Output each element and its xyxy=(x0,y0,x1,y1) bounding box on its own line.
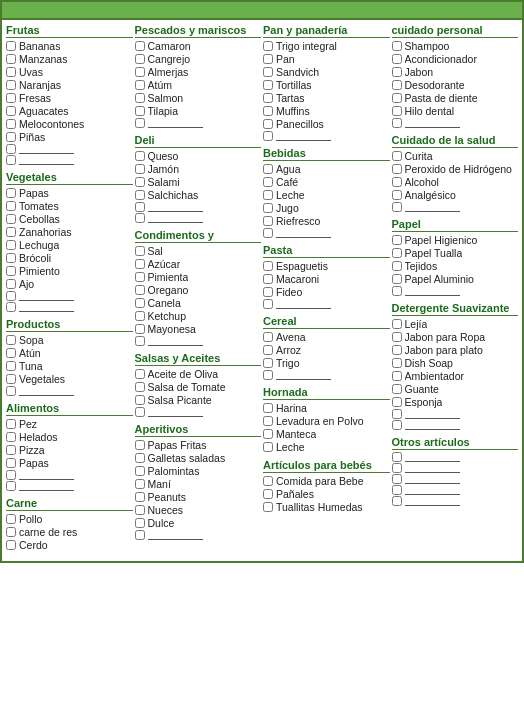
item-checkbox[interactable] xyxy=(392,164,402,174)
blank-checkbox[interactable] xyxy=(392,118,402,128)
blank-checkbox[interactable] xyxy=(263,131,273,141)
blank-checkbox[interactable] xyxy=(6,481,16,491)
item-checkbox[interactable] xyxy=(135,324,145,334)
item-checkbox[interactable] xyxy=(263,67,273,77)
blank-checkbox[interactable] xyxy=(135,213,145,223)
blank-checkbox[interactable] xyxy=(135,530,145,540)
item-checkbox[interactable] xyxy=(6,527,16,537)
item-checkbox[interactable] xyxy=(135,106,145,116)
item-checkbox[interactable] xyxy=(6,240,16,250)
blank-checkbox[interactable] xyxy=(263,370,273,380)
item-checkbox[interactable] xyxy=(6,188,16,198)
item-checkbox[interactable] xyxy=(135,246,145,256)
item-checkbox[interactable] xyxy=(263,358,273,368)
item-checkbox[interactable] xyxy=(6,266,16,276)
item-checkbox[interactable] xyxy=(392,235,402,245)
item-checkbox[interactable] xyxy=(263,489,273,499)
blank-checkbox[interactable] xyxy=(6,470,16,480)
item-checkbox[interactable] xyxy=(392,345,402,355)
item-checkbox[interactable] xyxy=(135,440,145,450)
item-checkbox[interactable] xyxy=(135,93,145,103)
item-checkbox[interactable] xyxy=(263,429,273,439)
item-checkbox[interactable] xyxy=(263,332,273,342)
blank-checkbox[interactable] xyxy=(392,202,402,212)
item-checkbox[interactable] xyxy=(6,227,16,237)
blank-checkbox[interactable] xyxy=(392,409,402,419)
item-checkbox[interactable] xyxy=(135,151,145,161)
blank-checkbox[interactable] xyxy=(263,228,273,238)
item-checkbox[interactable] xyxy=(263,203,273,213)
item-checkbox[interactable] xyxy=(135,259,145,269)
item-checkbox[interactable] xyxy=(263,80,273,90)
blank-checkbox[interactable] xyxy=(392,286,402,296)
item-checkbox[interactable] xyxy=(392,177,402,187)
item-checkbox[interactable] xyxy=(392,261,402,271)
item-checkbox[interactable] xyxy=(263,442,273,452)
item-checkbox[interactable] xyxy=(135,164,145,174)
item-checkbox[interactable] xyxy=(135,54,145,64)
item-checkbox[interactable] xyxy=(392,190,402,200)
item-checkbox[interactable] xyxy=(392,371,402,381)
blank-checkbox[interactable] xyxy=(6,302,16,312)
item-checkbox[interactable] xyxy=(392,384,402,394)
blank-checkbox[interactable] xyxy=(392,420,402,430)
item-checkbox[interactable] xyxy=(263,502,273,512)
item-checkbox[interactable] xyxy=(6,374,16,384)
item-checkbox[interactable] xyxy=(6,106,16,116)
item-checkbox[interactable] xyxy=(6,41,16,51)
blank-checkbox[interactable] xyxy=(135,407,145,417)
blank-checkbox[interactable] xyxy=(392,485,402,495)
item-checkbox[interactable] xyxy=(6,93,16,103)
item-checkbox[interactable] xyxy=(135,190,145,200)
item-checkbox[interactable] xyxy=(6,445,16,455)
item-checkbox[interactable] xyxy=(6,214,16,224)
item-checkbox[interactable] xyxy=(135,67,145,77)
item-checkbox[interactable] xyxy=(135,505,145,515)
item-checkbox[interactable] xyxy=(135,80,145,90)
item-checkbox[interactable] xyxy=(6,432,16,442)
item-checkbox[interactable] xyxy=(263,274,273,284)
blank-checkbox[interactable] xyxy=(392,474,402,484)
item-checkbox[interactable] xyxy=(135,272,145,282)
item-checkbox[interactable] xyxy=(392,54,402,64)
item-checkbox[interactable] xyxy=(263,93,273,103)
item-checkbox[interactable] xyxy=(392,332,402,342)
item-checkbox[interactable] xyxy=(135,41,145,51)
item-checkbox[interactable] xyxy=(263,416,273,426)
item-checkbox[interactable] xyxy=(135,453,145,463)
item-checkbox[interactable] xyxy=(6,279,16,289)
item-checkbox[interactable] xyxy=(263,106,273,116)
item-checkbox[interactable] xyxy=(135,492,145,502)
item-checkbox[interactable] xyxy=(6,132,16,142)
blank-checkbox[interactable] xyxy=(135,336,145,346)
item-checkbox[interactable] xyxy=(135,177,145,187)
item-checkbox[interactable] xyxy=(6,67,16,77)
item-checkbox[interactable] xyxy=(263,164,273,174)
item-checkbox[interactable] xyxy=(135,382,145,392)
item-checkbox[interactable] xyxy=(392,106,402,116)
item-checkbox[interactable] xyxy=(135,518,145,528)
item-checkbox[interactable] xyxy=(392,248,402,258)
item-checkbox[interactable] xyxy=(6,361,16,371)
item-checkbox[interactable] xyxy=(6,514,16,524)
blank-checkbox[interactable] xyxy=(6,155,16,165)
item-checkbox[interactable] xyxy=(6,335,16,345)
item-checkbox[interactable] xyxy=(263,345,273,355)
item-checkbox[interactable] xyxy=(392,41,402,51)
item-checkbox[interactable] xyxy=(263,190,273,200)
item-checkbox[interactable] xyxy=(135,369,145,379)
item-checkbox[interactable] xyxy=(263,216,273,226)
item-checkbox[interactable] xyxy=(135,298,145,308)
item-checkbox[interactable] xyxy=(135,466,145,476)
item-checkbox[interactable] xyxy=(6,253,16,263)
blank-checkbox[interactable] xyxy=(6,144,16,154)
item-checkbox[interactable] xyxy=(6,419,16,429)
item-checkbox[interactable] xyxy=(6,458,16,468)
item-checkbox[interactable] xyxy=(392,67,402,77)
item-checkbox[interactable] xyxy=(6,80,16,90)
item-checkbox[interactable] xyxy=(392,319,402,329)
item-checkbox[interactable] xyxy=(135,311,145,321)
blank-checkbox[interactable] xyxy=(392,463,402,473)
item-checkbox[interactable] xyxy=(263,261,273,271)
item-checkbox[interactable] xyxy=(392,93,402,103)
